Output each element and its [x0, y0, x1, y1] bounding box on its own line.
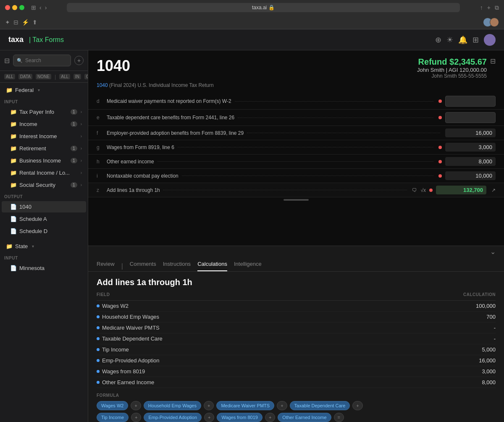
calc-row: Household Emp Wages 700	[97, 312, 496, 322]
app-header: taxa | Tax Forms ⊕ ☀ 🔔 ⊞	[0, 29, 504, 50]
sidebar-item-interest-income[interactable]: 📁 Interest Income ›	[2, 131, 86, 142]
sidebar-item-social-security[interactable]: 📁 Social Security 1 ›	[2, 179, 86, 191]
calc-dot	[97, 370, 100, 373]
scrollbar-area	[88, 197, 504, 202]
extensions-icon[interactable]: ✦	[5, 19, 10, 26]
formula-pill-emp-provided-adoption[interactable]: Emp-Provided Adoption	[144, 413, 202, 422]
grid-icon[interactable]: ⊞	[472, 35, 479, 45]
federal-section[interactable]: 📁 Federal ▾	[2, 84, 86, 96]
row-d-input[interactable]	[445, 96, 496, 107]
calc-value: 5,000	[482, 346, 496, 353]
data-icon[interactable]: DATA	[18, 74, 32, 79]
lock-icon: 🔒	[268, 5, 275, 10]
formula-pill-taxable-dependent[interactable]: Taxable Dependent Care	[290, 401, 350, 410]
maximize-window-button[interactable]	[19, 5, 24, 10]
formula-pill-tip-income[interactable]: Tip Income	[97, 413, 129, 422]
calc-value: -	[494, 325, 496, 331]
none-icon[interactable]: NONE	[36, 74, 51, 79]
close-window-button[interactable]	[5, 5, 10, 10]
minimize-window-button[interactable]	[12, 5, 17, 10]
row-letter: h	[97, 159, 103, 165]
user-avatar[interactable]	[484, 34, 496, 46]
calc-row: Wages W2 100,000	[97, 301, 496, 312]
formula-pill-other-earned[interactable]: Other Earned Income	[278, 413, 331, 422]
logo: taxa | Tax Forms	[8, 35, 64, 44]
sidebar-item-business-income[interactable]: 📁 Business Income 1 ›	[2, 155, 86, 166]
add-icon[interactable]: ⊕	[435, 35, 441, 45]
share-icon[interactable]: ↑	[480, 4, 483, 11]
state-chevron-icon: ▾	[32, 244, 34, 249]
formula-pill-wages-8019[interactable]: Wages from 8019	[217, 413, 262, 422]
state-section[interactable]: 📁 State ▾	[2, 241, 86, 252]
calc-table: FIELD CALCULATION Wages W2 100,000 House…	[88, 291, 504, 388]
formula-section: FORMULA Wages W2 + Household Emp Wages +…	[88, 388, 504, 422]
formula-pill-household-emp-wages[interactable]: Household Emp Wages	[144, 401, 201, 410]
sidebar-item-tax-payer-info[interactable]: 📁 Tax Payer Info 1 ›	[2, 106, 86, 118]
row-e-input[interactable]	[445, 112, 496, 123]
calculations-panel: ⌄ Review | Comments Instructions Calcula…	[88, 246, 504, 422]
collapse-panel-button[interactable]: ⌄	[490, 248, 496, 256]
form-subtitle-link[interactable]: 1040	[97, 82, 108, 88]
search-input[interactable]	[25, 58, 67, 63]
badge: 1	[71, 121, 77, 127]
tab-add-icon[interactable]: +	[487, 4, 491, 11]
tabs-icon[interactable]: ⧉	[495, 4, 499, 11]
sidebar-item-income[interactable]: 📁 Income 1 ›	[2, 118, 86, 130]
calc-tabs: Review | Comments Instructions Calculati…	[88, 257, 504, 272]
all-files-icon[interactable]: ALL	[59, 74, 70, 79]
chevron-icon: ›	[81, 110, 82, 114]
formula-op-plus: +	[265, 413, 275, 422]
file-icon: 📄	[10, 228, 17, 234]
formula-pill-wages-w2[interactable]: Wages W2	[97, 401, 128, 410]
share-row-icon[interactable]: ↗	[491, 187, 496, 193]
all-icon[interactable]: ALL	[4, 74, 15, 79]
forward-icon[interactable]: ›	[45, 4, 47, 11]
logo-text: taxa	[8, 35, 24, 44]
sidebar-item-rental-income[interactable]: 📁 Rental Income / Lo... ›	[2, 167, 86, 178]
calc-dot	[97, 381, 100, 384]
federal-chevron-icon: ▾	[38, 88, 40, 92]
tab-instructions[interactable]: Instructions	[163, 261, 191, 271]
add-item-button[interactable]: +	[74, 56, 84, 65]
sidebar-item-schedule-a[interactable]: 📄 Schedule A	[2, 213, 86, 225]
taxpayer-phone: John Smith 555-55-5555	[417, 73, 487, 79]
row-label: Wages from Form 8919, line 6	[107, 144, 435, 150]
tab-intelligence[interactable]: Intelligence	[234, 261, 262, 271]
divider: |	[55, 73, 56, 80]
tab-review[interactable]: Review	[97, 261, 115, 271]
calc-field: Wages W2	[102, 303, 129, 309]
badge: 1	[71, 109, 77, 115]
search-bar[interactable]: 🔍	[13, 55, 71, 66]
form-row-d: d Medicaid waiver payments not reported …	[88, 93, 504, 110]
in-icon[interactable]: IN	[74, 74, 81, 79]
row-i-value: 10,000	[445, 171, 496, 180]
sidebar-item-retirement[interactable]: 📁 Retirement 1 ›	[2, 143, 86, 154]
state-input-section-label: INPUT	[0, 252, 88, 262]
back-icon[interactable]: ‹	[39, 4, 42, 11]
lightning-icon[interactable]: ⚡	[22, 19, 29, 26]
sidebar-item-1040[interactable]: 📄 1040	[2, 201, 86, 212]
tab-comments[interactable]: Comments	[130, 261, 156, 271]
formula-pill-medicare-waiver[interactable]: Medicare Waiver PMTS	[216, 401, 274, 410]
state-label: State	[15, 243, 28, 249]
formula-pills-row2: Tip Income + Emp-Provided Adoption + Wag…	[97, 413, 496, 422]
sidebar-toggle-icon[interactable]: ⊞	[31, 4, 36, 11]
row-g-value: 3,000	[445, 143, 496, 152]
split-view-icon[interactable]: ⊟	[13, 19, 18, 26]
row-z-value: 132,700	[436, 186, 486, 194]
calculator-icon: 🗨	[412, 187, 417, 193]
bell-icon[interactable]: 🔔	[458, 35, 467, 45]
form-number: 1040	[97, 57, 130, 75]
avatar-group	[483, 18, 499, 27]
expand-panel-button[interactable]: ⊟	[490, 57, 496, 65]
sidebar-collapse-button[interactable]: ⊟	[4, 57, 10, 65]
tab-calculations[interactable]: Calculations	[197, 261, 227, 271]
upload-icon[interactable]: ⬆	[32, 19, 37, 26]
sidebar-item-minnesota[interactable]: 📄 Minnesota	[2, 262, 86, 274]
out-icon[interactable]: OUT	[84, 74, 88, 79]
calc-field: Tip Income	[102, 346, 129, 353]
sun-icon[interactable]: ☀	[446, 35, 453, 45]
sidebar-item-label: 1040	[19, 204, 82, 210]
address-bar[interactable]: taxa.ai 🔒	[67, 3, 459, 12]
sidebar-item-schedule-d[interactable]: 📄 Schedule D	[2, 225, 86, 237]
